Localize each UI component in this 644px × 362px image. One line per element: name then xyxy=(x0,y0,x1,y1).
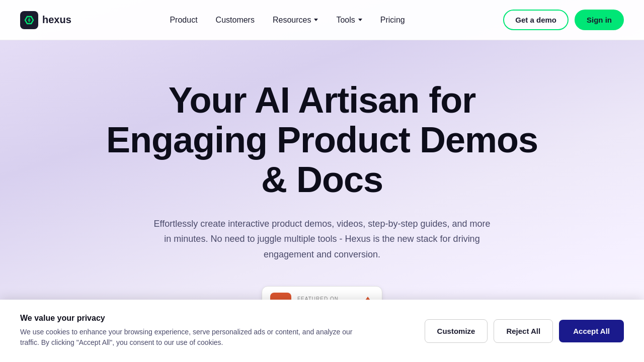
customize-cookie-button[interactable]: Customize xyxy=(425,319,488,343)
nav-product[interactable]: Product xyxy=(163,12,204,29)
reject-all-button[interactable]: Reject All xyxy=(494,319,553,343)
nav-links: Product Customers Resources Tools Pricin… xyxy=(163,12,412,29)
cookie-actions: Customize Reject All Accept All xyxy=(425,319,624,343)
nav-customers[interactable]: Customers xyxy=(209,12,262,29)
hexus-logo-icon xyxy=(20,11,38,29)
tools-chevron-icon xyxy=(358,19,362,21)
cookie-body: We use cookies to enhance your browsing … xyxy=(20,327,362,348)
cookie-title: We value your privacy xyxy=(20,314,413,323)
cookie-banner: We value your privacy We use cookies to … xyxy=(0,300,644,362)
logo[interactable]: hexus xyxy=(20,11,71,29)
hero-subtitle: Effortlessly create interactive product … xyxy=(151,216,493,262)
hexus-wordmark: hexus xyxy=(42,14,71,26)
nav-tools[interactable]: Tools xyxy=(329,12,369,29)
cookie-text-area: We value your privacy We use cookies to … xyxy=(20,314,413,348)
accept-all-button[interactable]: Accept All xyxy=(559,320,624,342)
sign-in-button[interactable]: Sign in xyxy=(575,10,624,30)
hero-title: Your AI Artisan for Engaging Product Dem… xyxy=(96,80,548,200)
nav-pricing[interactable]: Pricing xyxy=(373,12,412,29)
get-demo-button[interactable]: Get a demo xyxy=(503,10,569,30)
resources-chevron-icon xyxy=(314,19,318,21)
navbar: hexus Product Customers Resources Tools … xyxy=(0,0,644,40)
nav-actions: Get a demo Sign in xyxy=(503,10,624,30)
nav-resources[interactable]: Resources xyxy=(266,12,325,29)
